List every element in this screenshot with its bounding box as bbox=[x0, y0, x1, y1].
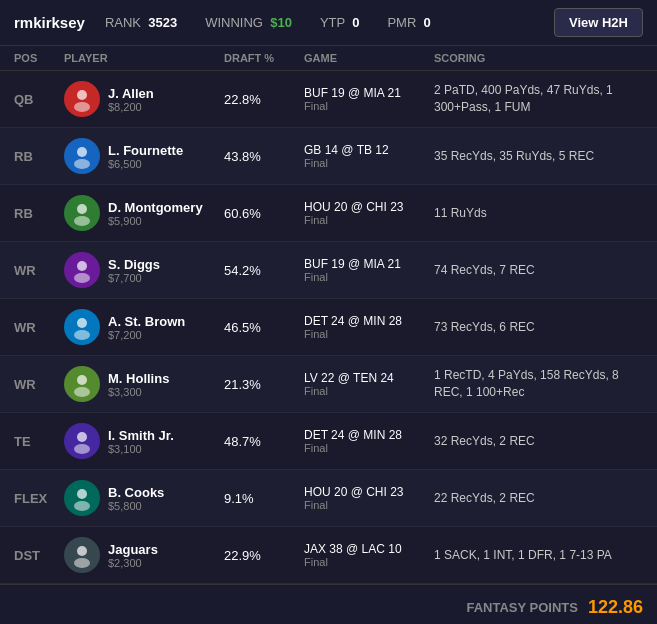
player-cell: D. Montgomery $5,900 bbox=[64, 195, 224, 231]
game-cell: DET 24 @ MIN 28 Final bbox=[304, 314, 434, 340]
player-salary: $6,500 bbox=[108, 158, 183, 170]
rank-label: RANK 3523 bbox=[105, 15, 177, 30]
player-salary: $7,200 bbox=[108, 329, 185, 341]
player-name: M. Hollins bbox=[108, 371, 169, 386]
svg-point-12 bbox=[77, 432, 87, 442]
player-cell: S. Diggs $7,700 bbox=[64, 252, 224, 288]
player-info: M. Hollins $3,300 bbox=[108, 371, 169, 398]
position: QB bbox=[14, 92, 64, 107]
player-salary: $2,300 bbox=[108, 557, 158, 569]
footer-label: FANTASY POINTS bbox=[466, 600, 577, 615]
player-info: L. Fournette $6,500 bbox=[108, 143, 183, 170]
view-h2h-button[interactable]: View H2H bbox=[554, 8, 643, 37]
player-name: Jaguars bbox=[108, 542, 158, 557]
fpts-cell: 🔥 32.96 bbox=[634, 364, 657, 404]
game-matchup: BUF 19 @ MIA 21 bbox=[304, 86, 434, 100]
position: WR bbox=[14, 320, 64, 335]
col-pos: POS bbox=[14, 52, 64, 64]
player-salary: $3,300 bbox=[108, 386, 169, 398]
table-row: WR A. St. Brown $7,200 46.5% DET 24 @ MI… bbox=[0, 299, 657, 356]
draft-pct: 46.5% bbox=[224, 320, 304, 335]
svg-point-16 bbox=[77, 546, 87, 556]
scoring: 73 RecYds, 6 REC bbox=[434, 319, 634, 336]
avatar bbox=[64, 366, 100, 402]
scoring: 74 RecYds, 7 REC bbox=[434, 262, 634, 279]
game-cell: LV 22 @ TEN 24 Final bbox=[304, 371, 434, 397]
svg-point-14 bbox=[77, 489, 87, 499]
game-matchup: HOU 20 @ CHI 23 bbox=[304, 485, 434, 499]
table-row: WR S. Diggs $7,700 54.2% BUF 19 @ MIA 21… bbox=[0, 242, 657, 299]
player-salary: $7,700 bbox=[108, 272, 160, 284]
fpts-cell: ❄ 12.00 bbox=[634, 136, 657, 176]
position: RB bbox=[14, 206, 64, 221]
game-status: Final bbox=[304, 157, 434, 169]
draft-pct: 43.8% bbox=[224, 149, 304, 164]
column-headers: POS PLAYER DRAFT % GAME SCORING FPTS bbox=[0, 46, 657, 71]
game-status: Final bbox=[304, 100, 434, 112]
col-scoring: SCORING bbox=[434, 52, 634, 64]
game-matchup: GB 14 @ TB 12 bbox=[304, 143, 434, 157]
avatar bbox=[64, 423, 100, 459]
player-info: I. Smith Jr. $3,100 bbox=[108, 428, 174, 455]
player-cell: A. St. Brown $7,200 bbox=[64, 309, 224, 345]
game-matchup: BUF 19 @ MIA 21 bbox=[304, 257, 434, 271]
svg-point-0 bbox=[77, 90, 87, 100]
avatar bbox=[64, 252, 100, 288]
player-name: S. Diggs bbox=[108, 257, 160, 272]
avatar bbox=[64, 480, 100, 516]
table-row: RB D. Montgomery $5,900 60.6% HOU 20 @ C… bbox=[0, 185, 657, 242]
draft-pct: 22.9% bbox=[224, 548, 304, 563]
fpts-cell: 🔥 9.00 bbox=[634, 535, 657, 575]
position: WR bbox=[14, 377, 64, 392]
col-game: GAME bbox=[304, 52, 434, 64]
header: rmkirksey RANK 3523 WINNING $10 YTP 0 PM… bbox=[0, 0, 657, 46]
draft-pct: 60.6% bbox=[224, 206, 304, 221]
player-name: B. Cooks bbox=[108, 485, 164, 500]
player-name: I. Smith Jr. bbox=[108, 428, 174, 443]
player-info: S. Diggs $7,700 bbox=[108, 257, 160, 284]
avatar bbox=[64, 537, 100, 573]
ytp-label: YTP 0 bbox=[320, 15, 360, 30]
position: DST bbox=[14, 548, 64, 563]
player-cell: Jaguars $2,300 bbox=[64, 537, 224, 573]
player-cell: L. Fournette $6,500 bbox=[64, 138, 224, 174]
player-cell: B. Cooks $5,800 bbox=[64, 480, 224, 516]
avatar bbox=[64, 138, 100, 174]
game-cell: GB 14 @ TB 12 Final bbox=[304, 143, 434, 169]
table-row: QB J. Allen $8,200 22.8% BUF 19 @ MIA 21… bbox=[0, 71, 657, 128]
player-info: J. Allen $8,200 bbox=[108, 86, 154, 113]
pmr-label: PMR 0 bbox=[387, 15, 430, 30]
position: RB bbox=[14, 149, 64, 164]
svg-point-11 bbox=[74, 387, 90, 397]
game-matchup: DET 24 @ MIN 28 bbox=[304, 314, 434, 328]
col-player: PLAYER bbox=[64, 52, 224, 64]
table-row: WR M. Hollins $3,300 21.3% LV 22 @ TEN 2… bbox=[0, 356, 657, 413]
player-cell: M. Hollins $3,300 bbox=[64, 366, 224, 402]
game-cell: BUF 19 @ MIA 21 Final bbox=[304, 86, 434, 112]
svg-point-3 bbox=[74, 159, 90, 169]
draft-pct: 9.1% bbox=[224, 491, 304, 506]
footer-value: 122.86 bbox=[588, 597, 643, 618]
draft-pct: 22.8% bbox=[224, 92, 304, 107]
game-cell: JAX 38 @ LAC 10 Final bbox=[304, 542, 434, 568]
player-salary: $5,900 bbox=[108, 215, 203, 227]
fpts-cell: ❄ 1.10 bbox=[634, 193, 657, 233]
player-name: L. Fournette bbox=[108, 143, 183, 158]
fpts-cell: ❄ 5.20 bbox=[634, 421, 657, 461]
game-cell: DET 24 @ MIN 28 Final bbox=[304, 428, 434, 454]
avatar bbox=[64, 195, 100, 231]
player-name: D. Montgomery bbox=[108, 200, 203, 215]
game-status: Final bbox=[304, 271, 434, 283]
svg-point-10 bbox=[77, 375, 87, 385]
game-cell: HOU 20 @ CHI 23 Final bbox=[304, 485, 434, 511]
avatar bbox=[64, 81, 100, 117]
avatar bbox=[64, 309, 100, 345]
svg-point-9 bbox=[74, 330, 90, 340]
player-info: A. St. Brown $7,200 bbox=[108, 314, 185, 341]
scoring: 35 RecYds, 35 RuYds, 5 REC bbox=[434, 148, 634, 165]
svg-point-8 bbox=[77, 318, 87, 328]
game-status: Final bbox=[304, 328, 434, 340]
player-info: D. Montgomery $5,900 bbox=[108, 200, 203, 227]
game-status: Final bbox=[304, 442, 434, 454]
svg-point-17 bbox=[74, 558, 90, 568]
